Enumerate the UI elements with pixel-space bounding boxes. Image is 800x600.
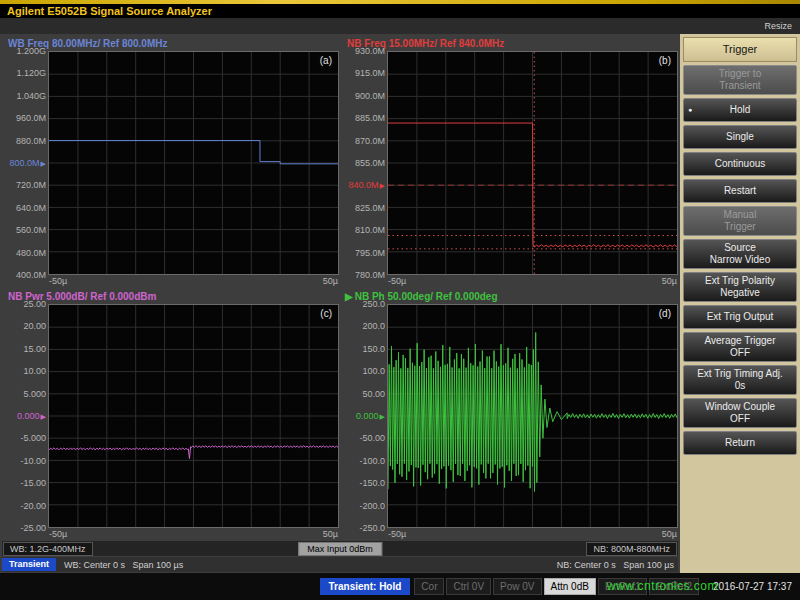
- y-tick-label: 560.0M: [16, 226, 46, 235]
- plot-header: WB Freq 80.00MHz/ Ref 800.0MHz: [2, 36, 339, 51]
- x-axis-labels: -50µ 50µ: [48, 275, 339, 287]
- plot-letter-label: (c): [320, 308, 332, 319]
- plot-svg: [49, 305, 338, 527]
- y-tick-label: 100.0: [362, 367, 385, 376]
- y-tick-label: 1.040G: [16, 91, 46, 100]
- menu-button-label: Source: [686, 242, 794, 254]
- y-tick-label: 250.0: [362, 300, 385, 309]
- menu-button-ext-trig-polarity-negative[interactable]: Ext Trig PolarityNegative: [683, 272, 797, 302]
- y-tick-label: 25.00: [23, 300, 46, 309]
- resize-strip: Resize: [0, 18, 800, 34]
- y-tick-label: 800.0M▶: [10, 159, 46, 168]
- trigger-status-indicator: Transient: Hold: [320, 578, 411, 595]
- y-tick-label: 720.0M: [16, 181, 46, 190]
- plot-canvas[interactable]: (d): [387, 304, 678, 528]
- marker-triangle-icon: ▶: [380, 413, 385, 420]
- nb-sweep-status: NB: Center 0 s Span 100 µs: [557, 560, 678, 570]
- menu-button-label: Continuous: [686, 158, 794, 170]
- menu-button-label: Manual: [686, 209, 794, 221]
- plot-svg: [388, 305, 677, 527]
- y-tick-label: 480.0M: [16, 248, 46, 257]
- menu-button-label: OFF: [686, 413, 794, 425]
- menu-button-label: Window Couple: [686, 401, 794, 413]
- range-status-row: WB: 1.2G-400MHz Max Input 0dBm NB: 800M-…: [2, 541, 678, 556]
- plot-nb-phase[interactable]: ▶ NB Ph 50.00deg/ Ref 0.000deg 250.0200.…: [341, 289, 678, 540]
- y-tick-label: 915.0M: [355, 69, 385, 78]
- y-tick-label: 870.0M: [355, 136, 385, 145]
- menu-button-return[interactable]: Return: [683, 431, 797, 455]
- plot-svg: [49, 52, 338, 274]
- menu-button-source-narrow-video[interactable]: SourceNarrow Video: [683, 239, 797, 269]
- plot-header: ▶ NB Ph 50.00deg/ Ref 0.000deg: [341, 289, 678, 304]
- menu-button-window-couple-off[interactable]: Window CoupleOFF: [683, 398, 797, 428]
- plot-canvas[interactable]: (c): [48, 304, 339, 528]
- menu-button-label: Hold: [686, 104, 794, 116]
- wb-sweep-status: WB: Center 0 s Span 100 µs: [64, 560, 183, 570]
- y-axis-labels: 25.0020.0015.0010.005.0000.000▶-5.000-10…: [2, 304, 48, 528]
- x-min-label: -50µ: [388, 529, 406, 540]
- menu-button-ext-trig-output[interactable]: Ext Trig Output: [683, 305, 797, 329]
- menu-button-label: Ext Trig Timing Adj.: [686, 368, 794, 380]
- y-tick-label: 15.00: [23, 344, 46, 353]
- resize-button[interactable]: Resize: [764, 21, 792, 31]
- x-axis-labels: -50µ 50µ: [387, 528, 678, 540]
- menu-button-average-trigger-off[interactable]: Average TriggerOFF: [683, 332, 797, 362]
- y-tick-label: 20.00: [23, 322, 46, 331]
- plot-letter-label: (b): [659, 55, 671, 66]
- system-status-bar: Transient: Hold CorCtrl 0VPow 0VAttn 0dB…: [0, 573, 800, 600]
- plot-wb-freq[interactable]: WB Freq 80.00MHz/ Ref 800.0MHz 1.200G1.1…: [2, 36, 339, 287]
- y-tick-label: 855.0M: [355, 159, 385, 168]
- menu-button-label: Negative: [686, 287, 794, 299]
- menu-button-label: Single: [686, 131, 794, 143]
- menu-button-label: Restart: [686, 185, 794, 197]
- plot-nb-pwr[interactable]: NB Pwr 5.000dB/ Ref 0.000dBm 25.0020.001…: [2, 289, 339, 540]
- y-tick-label: -100.0: [359, 456, 385, 465]
- plot-header: NB Freq 15.00MHz/ Ref 840.0MHz: [341, 36, 678, 51]
- menu-button-continuous[interactable]: Continuous: [683, 152, 797, 176]
- softkey-menu: Trigger Trigger toTransient●HoldSingleCo…: [680, 34, 800, 573]
- plot-nb-freq[interactable]: NB Freq 15.00MHz/ Ref 840.0MHz 930.0M915…: [341, 36, 678, 287]
- x-max-label: 50µ: [662, 529, 677, 540]
- menu-button-single[interactable]: Single: [683, 125, 797, 149]
- y-tick-label: 200.0: [362, 322, 385, 331]
- y-tick-label: 0.000▶: [356, 412, 385, 421]
- nb-range-status: NB: 800M-880MHz: [586, 542, 677, 556]
- plot-header: NB Pwr 5.000dB/ Ref 0.000dBm: [2, 289, 339, 304]
- marker-triangle-icon: ▶: [380, 182, 385, 189]
- y-tick-label: -25.00: [20, 524, 46, 533]
- y-tick-label: 795.0M: [355, 248, 385, 257]
- marker-triangle-icon: ▶: [41, 160, 46, 167]
- y-tick-label: -20.00: [20, 501, 46, 510]
- active-trace-marker-icon: ▶: [345, 291, 353, 302]
- y-tick-label: -200.0: [359, 501, 385, 510]
- y-tick-label: 810.0M: [355, 226, 385, 235]
- menu-button-hold[interactable]: ●Hold: [683, 98, 797, 122]
- measurement-mode-badge: Transient: [2, 558, 56, 571]
- x-max-label: 50µ: [662, 276, 677, 287]
- x-axis-labels: -50µ 50µ: [48, 528, 339, 540]
- y-tick-label: -10.00: [20, 456, 46, 465]
- x-axis-labels: -50µ 50µ: [387, 275, 678, 287]
- y-tick-label: 1.200G: [16, 47, 46, 56]
- y-tick-label: 780.0M: [355, 271, 385, 280]
- watermark: www.cntronics.com: [607, 579, 718, 593]
- y-tick-label: 400.0M: [16, 271, 46, 280]
- menu-tab-trigger[interactable]: Trigger: [683, 37, 797, 62]
- menu-button-label: 0s: [686, 380, 794, 392]
- menu-button-restart[interactable]: Restart: [683, 179, 797, 203]
- plot-canvas[interactable]: (b): [387, 51, 678, 275]
- y-tick-label: 930.0M: [355, 47, 385, 56]
- menu-button-label: OFF: [686, 347, 794, 359]
- wb-range-status: WB: 1.2G-400MHz: [3, 542, 93, 556]
- title-bar: Agilent E5052B Signal Source Analyzer: [0, 0, 800, 18]
- y-tick-label: -150.0: [359, 479, 385, 488]
- menu-button-ext-trig-timing-adj-0s[interactable]: Ext Trig Timing Adj.0s: [683, 365, 797, 395]
- app-title: Agilent E5052B Signal Source Analyzer: [0, 4, 800, 18]
- clock: 2016-07-27 17:37: [713, 581, 792, 592]
- plot-canvas[interactable]: (a): [48, 51, 339, 275]
- y-tick-label: 900.0M: [355, 91, 385, 100]
- y-axis-labels: 250.0200.0150.0100.050.000.000▶-50.00-10…: [341, 304, 387, 528]
- y-tick-label: 960.0M: [16, 114, 46, 123]
- status-indicator-ctrl-0v: Ctrl 0V: [446, 578, 491, 595]
- menu-button-trigger-to-transient: Trigger toTransient: [683, 65, 797, 95]
